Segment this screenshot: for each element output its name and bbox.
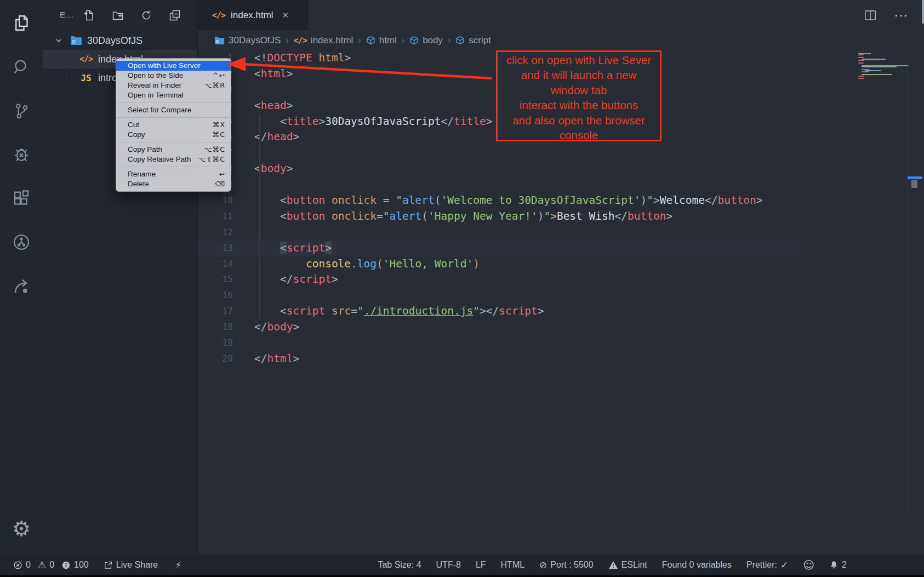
line-number: 16 xyxy=(198,288,233,304)
extensions-icon[interactable] xyxy=(0,182,43,215)
share-arrow-icon[interactable] xyxy=(0,270,43,302)
html-file-icon: </> xyxy=(294,36,307,45)
split-editor-icon[interactable] xyxy=(863,8,877,22)
settings-gear-icon[interactable]: ⚙ xyxy=(0,512,43,545)
menu-item-copy[interactable]: Copy⌘C xyxy=(116,130,231,140)
menu-item-reveal-in-finder[interactable]: Reveal in Finder⌥⌘R xyxy=(116,81,231,90)
tab-bar: </> index.html ✕ ⋯ xyxy=(198,0,924,30)
code-line-20[interactable]: 20</html> xyxy=(198,351,924,367)
folder-icon xyxy=(70,36,82,45)
code-line-10[interactable]: 10 <button onclick = "alert('Welcome to … xyxy=(198,193,924,209)
search-icon[interactable] xyxy=(0,50,43,83)
line-number: 20 xyxy=(198,351,233,367)
new-file-icon[interactable] xyxy=(82,8,96,22)
status-feedback[interactable]: ☺ xyxy=(803,559,814,570)
tree-indent-guide xyxy=(66,50,66,87)
menu-item-copy-path[interactable]: Copy Path⌥⌘C xyxy=(116,145,231,155)
status-tab-size[interactable]: Tab Size: 4 xyxy=(378,560,421,570)
code-line-17[interactable]: 17 <script src="./introduction.js"></scr… xyxy=(198,304,924,319)
collapse-all-icon[interactable] xyxy=(168,8,182,22)
menu-item-rename[interactable]: Rename↩ xyxy=(116,169,231,179)
status-prettier[interactable]: Prettier: ✓ xyxy=(746,560,788,570)
tree-item-30daysofjs[interactable]: 30DaysOfJS xyxy=(43,31,197,50)
code-line-19[interactable]: 19 xyxy=(198,335,924,351)
menu-separator xyxy=(116,167,231,167)
smiley-icon: ☺ xyxy=(803,559,814,570)
indent-guide xyxy=(259,114,260,319)
html-file-icon: </> xyxy=(212,10,225,20)
menu-shortcut: ⌥⇧⌘C xyxy=(198,155,225,164)
code-line-16[interactable]: 16 xyxy=(198,288,924,304)
line-number: 15 xyxy=(198,272,233,288)
status-eol[interactable]: LF xyxy=(476,560,486,570)
breadcrumb-item-body[interactable]: body xyxy=(409,35,443,46)
menu-item-copy-relative-path[interactable]: Copy Relative Path⌥⇧⌘C xyxy=(116,155,231,164)
code-line-18[interactable]: 18</body> xyxy=(198,319,924,335)
status-port[interactable]: ⊘ Port : 5500 xyxy=(539,560,594,570)
js-file-icon: JS xyxy=(79,73,93,83)
breadcrumb-item-script[interactable]: script xyxy=(455,35,491,46)
status-errors[interactable]: 0 xyxy=(13,560,31,570)
menu-item-open-in-terminal[interactable]: Open in Terminal xyxy=(116,90,231,100)
menu-item-open-with-live-server[interactable]: Open with Live Server xyxy=(116,61,231,71)
new-folder-icon[interactable] xyxy=(111,8,125,22)
minimap[interactable] xyxy=(858,53,906,79)
status-live-share[interactable]: Live Share xyxy=(104,560,158,570)
code-line-11[interactable]: 11 <button onclick="alert('Happy New Yea… xyxy=(198,209,924,225)
code-line-13[interactable]: 13 <script> xyxy=(198,241,924,256)
files-icon[interactable] xyxy=(0,7,43,39)
code-line-12[interactable]: 12 xyxy=(198,225,924,241)
refresh-icon[interactable] xyxy=(139,8,153,22)
live-share-circle-icon[interactable] xyxy=(0,226,43,259)
menu-item-cut[interactable]: Cut⌘X xyxy=(116,120,231,130)
context-menu: Open with Live ServerOpen to the Side^↩R… xyxy=(116,58,231,192)
breadcrumb-separator: › xyxy=(286,36,288,45)
source-control-icon[interactable] xyxy=(0,94,43,127)
explorer-title: E… xyxy=(60,10,74,19)
overview-ruler-marker xyxy=(908,176,922,179)
line-number: 10 xyxy=(198,193,233,209)
menu-shortcut: ^↩ xyxy=(213,71,225,81)
warning-filled-icon xyxy=(608,561,618,569)
status-warnings[interactable]: ⚠ 0 xyxy=(38,560,54,570)
activity-bar: ⚙ xyxy=(0,0,43,555)
warning-icon: ⚠ xyxy=(38,561,46,570)
status-bolt[interactable]: ⚡ xyxy=(175,561,181,570)
debug-icon[interactable] xyxy=(0,138,43,171)
menu-item-select-for-compare[interactable]: Select for Compare xyxy=(116,105,231,115)
status-encoding[interactable]: UTF-8 xyxy=(436,560,461,570)
menu-shortcut: ⌥⌘R xyxy=(204,81,225,90)
breadcrumb-separator: › xyxy=(402,36,404,45)
annotation-box: click on open with Live Sever and it wil… xyxy=(496,50,661,141)
scrollbar-handle[interactable] xyxy=(911,180,917,188)
breadcrumb-item-file[interactable]: </> index.html xyxy=(294,35,353,46)
close-icon[interactable]: ✕ xyxy=(282,10,289,20)
status-notifications[interactable]: 2 xyxy=(829,560,847,570)
breadcrumb-separator: › xyxy=(358,36,361,45)
line-number: 14 xyxy=(198,256,233,272)
folder-icon xyxy=(214,36,225,45)
menu-shortcut: ⌘C xyxy=(213,130,225,140)
breadcrumb-item-html[interactable]: html xyxy=(366,35,397,46)
breadcrumb-item-folder[interactable]: 30DaysOfJS xyxy=(214,35,281,46)
code-line-7[interactable]: 7 xyxy=(198,145,924,161)
tab-index-html[interactable]: </> index.html ✕ xyxy=(198,0,309,30)
status-variables[interactable]: Found 0 variables xyxy=(662,560,732,570)
menu-item-delete[interactable]: Delete⌫ xyxy=(116,179,231,189)
status-info[interactable]: 100 xyxy=(61,560,89,570)
code-line-9[interactable]: 9 xyxy=(198,177,924,193)
symbol-cube-icon xyxy=(409,36,419,45)
code-line-8[interactable]: 8<body> xyxy=(198,161,924,177)
status-language[interactable]: HTML xyxy=(501,560,525,570)
live-share-icon xyxy=(104,561,113,570)
overview-ruler-border xyxy=(908,53,908,518)
window-scrollbar[interactable] xyxy=(922,0,924,24)
code-line-15[interactable]: 15 </script> xyxy=(198,272,924,288)
menu-shortcut: ↩ xyxy=(219,169,225,179)
menu-item-open-to-the-side[interactable]: Open to the Side^↩ xyxy=(116,71,231,81)
menu-shortcut: ⌘X xyxy=(213,120,225,130)
line-number: 12 xyxy=(198,225,233,241)
code-line-14[interactable]: 14 console.log('Hello, World') xyxy=(198,256,924,272)
breadcrumb-separator: › xyxy=(448,36,450,45)
status-eslint[interactable]: ESLint xyxy=(608,560,647,570)
